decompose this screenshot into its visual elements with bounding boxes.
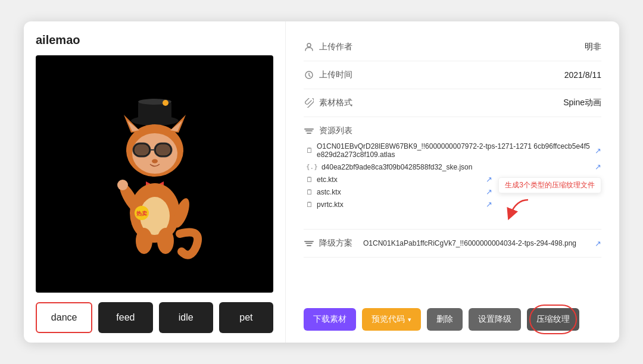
svg-point-22 xyxy=(117,180,128,190)
action-bar: 下载素材 预览代码 ▾ 删除 设置降级 压缩纹理 xyxy=(304,297,601,331)
tooltip-bubble: 生成3个类型的压缩纹理文件 xyxy=(498,177,601,193)
fallback-value: O1CN01K1aPab1ffcRiCgVk7_!!6000000004034-… xyxy=(363,239,589,247)
link-icon[interactable]: ↗ xyxy=(486,187,492,196)
resource-item: 🗒 etc.ktx ↗ xyxy=(304,175,492,184)
resources-label: 资源列表 xyxy=(304,125,601,136)
stack-icon-2 xyxy=(304,238,314,249)
upload-time-label: 上传时间 xyxy=(304,70,357,80)
asset-title: ailemao xyxy=(36,33,273,47)
compress-wrapper: 压缩纹理 xyxy=(527,308,579,331)
fallback-link-icon[interactable]: ↗ xyxy=(595,239,601,248)
main-container: ailemao xyxy=(24,21,619,343)
resource-item: 🗒 O1CN01EBvQrD28lE8W67BK9_!!600000000797… xyxy=(304,142,601,159)
preview-button[interactable]: 预览代码 ▾ xyxy=(362,308,421,331)
svg-rect-14 xyxy=(155,143,171,156)
uploader-value: 明非 xyxy=(357,42,601,52)
svg-point-25 xyxy=(157,228,174,254)
file-name: etc.ktx xyxy=(317,175,482,184)
stack-icon xyxy=(304,125,314,136)
svg-text:热卖: 热卖 xyxy=(136,211,148,216)
uploader-row: 上传作者 明非 xyxy=(304,33,601,61)
svg-point-28 xyxy=(307,43,311,47)
upload-time-value: 2021/8/11 xyxy=(357,70,601,80)
format-label: 素材格式 xyxy=(304,98,357,108)
delete-button[interactable]: 删除 xyxy=(427,308,463,331)
format-value: Spine动画 xyxy=(357,98,601,108)
link-icon[interactable]: ↗ xyxy=(486,200,492,209)
svg-point-15 xyxy=(152,159,158,163)
anim-btn-feed[interactable]: feed xyxy=(98,302,152,333)
chevron-down-icon: ▾ xyxy=(408,316,411,324)
svg-point-24 xyxy=(136,228,152,254)
left-panel: ailemao xyxy=(24,21,286,343)
anim-btn-dance[interactable]: dance xyxy=(36,302,92,333)
cat-illustration: 热卖 xyxy=(95,85,214,263)
file-name: d40ea22bf9ade8ca3f09b0428588fd32_ske.jso… xyxy=(322,163,591,171)
compress-button[interactable]: 压缩纹理 xyxy=(527,308,579,331)
anim-btn-idle[interactable]: idle xyxy=(159,302,213,333)
file-icon: 🗒 xyxy=(306,146,313,155)
download-button[interactable]: 下载素材 xyxy=(304,308,356,331)
file-icon: 🗒 xyxy=(306,188,313,196)
file-name: astc.ktx xyxy=(317,188,482,196)
link-icon[interactable]: ↗ xyxy=(595,162,601,171)
downgrade-button[interactable]: 设置降级 xyxy=(469,308,521,331)
resources-section: 资源列表 🗒 O1CN01EBvQrD28lE8W67BK9_!!6000000… xyxy=(304,117,601,230)
link-icon[interactable]: ↗ xyxy=(595,146,601,155)
red-arrow xyxy=(504,197,534,221)
file-icon: 🗒 xyxy=(306,200,313,209)
fallback-section: 降级方案 O1CN01K1aPab1ffcRiCgVk7_!!600000000… xyxy=(304,230,601,258)
file-icon: {.} xyxy=(306,163,318,171)
clock-icon xyxy=(304,70,314,80)
anim-btn-pet[interactable]: pet xyxy=(219,302,273,333)
resource-item: 🗒 astc.ktx ↗ xyxy=(304,187,492,196)
link-icon[interactable]: ↗ xyxy=(486,175,492,184)
paperclip-icon xyxy=(304,98,314,108)
upload-time-row: 上传时间 2021/8/11 xyxy=(304,61,601,89)
file-name: O1CN01EBvQrD28lE8W67BK9_!!6000000007972-… xyxy=(317,142,591,159)
user-icon xyxy=(304,42,314,52)
svg-rect-13 xyxy=(133,143,150,156)
fallback-label: 降级方案 xyxy=(304,238,357,249)
animation-buttons: dance feed idle pet xyxy=(36,293,273,343)
format-row: 素材格式 Spine动画 xyxy=(304,89,601,117)
uploader-label: 上传作者 xyxy=(304,42,357,52)
file-name: pvrtc.ktx xyxy=(317,200,482,209)
preview-area: 热卖 xyxy=(36,55,273,293)
resource-item: {.} d40ea22bf9ade8ca3f09b0428588fd32_ske… xyxy=(304,162,601,171)
resource-item: 🗒 pvrtc.ktx ↗ xyxy=(304,200,492,209)
right-panel: 上传作者 明非 上传时间 2021/8/11 素材格式 Spine动画 xyxy=(286,21,619,343)
file-icon: 🗒 xyxy=(306,175,313,184)
svg-point-3 xyxy=(163,100,168,106)
